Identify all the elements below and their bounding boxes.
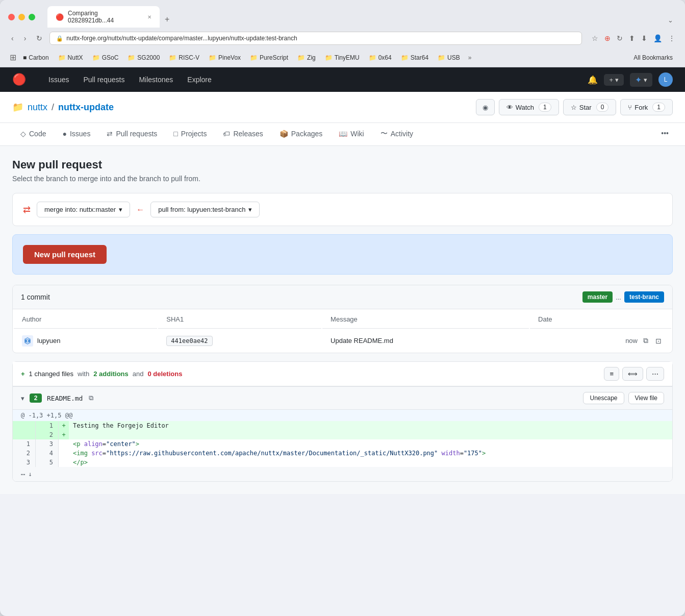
tab-activity[interactable]: 〜 Activity — [372, 123, 421, 145]
tab-code[interactable]: ◇ Code — [12, 123, 54, 145]
tab-projects[interactable]: □ Projects — [165, 123, 215, 145]
nav-milestones[interactable]: Milestones — [133, 72, 179, 87]
repo-icon: 📁 — [12, 102, 23, 113]
split-view-button[interactable]: ⟺ — [622, 367, 643, 381]
col-author: Author — [14, 310, 157, 329]
apps-icon[interactable]: ⊞ — [8, 51, 18, 64]
repo-owner[interactable]: nuttx — [28, 102, 47, 113]
repo-title: 📁 nuttx / nuttx-update — [12, 102, 114, 113]
browse-commit-btn[interactable]: ⊡ — [654, 335, 663, 347]
bookmark-star-icon[interactable]: ☆ — [590, 33, 600, 44]
watch-count: 1 — [539, 103, 551, 112]
author-name[interactable]: lupyuen — [37, 337, 61, 344]
fork-button[interactable]: ⑂ Fork 1 — [620, 99, 673, 115]
bookmark-zig[interactable]: 📁Zig — [293, 53, 320, 63]
tab-title: Comparing 02828921db...44 — [68, 10, 143, 24]
copy-commit-btn[interactable]: ⧉ — [642, 335, 650, 347]
nav-issues[interactable]: Issues — [42, 72, 75, 87]
tab-extend-button[interactable]: ⌄ — [664, 13, 677, 28]
extension-icon[interactable]: ⊕ — [603, 33, 612, 44]
fork-count: 1 — [652, 103, 665, 112]
share-icon[interactable]: ⬆ — [627, 33, 637, 44]
copy-filename-button[interactable]: ⧉ — [88, 393, 94, 403]
tab-issues[interactable]: ● Issues — [54, 123, 98, 145]
author-avatar-icon — [22, 335, 33, 347]
forward-button[interactable]: › — [21, 32, 30, 44]
back-button[interactable]: ‹ — [8, 32, 17, 44]
bell-icon[interactable]: 🔔 — [588, 75, 598, 85]
additions-count: 2 additions — [93, 370, 129, 378]
nav-explore[interactable]: Explore — [181, 72, 217, 87]
commit-row: lupyuen 441ee0ae42 Update README.md — [14, 330, 671, 352]
diff-options-button[interactable]: ⋯ — [646, 367, 664, 381]
bookmark-0x64[interactable]: 📁0x64 — [365, 53, 396, 63]
star-button[interactable]: ☆ Star 0 — [563, 99, 617, 115]
address-bar[interactable]: 🔒 nuttx-forge.org/nuttx/nuttx-update/com… — [49, 32, 582, 45]
bookmarks-more-button[interactable]: » — [465, 53, 475, 63]
tab-packages[interactable]: 📦 Packages — [271, 123, 331, 145]
commits-count: 1 commit — [21, 293, 50, 301]
rss-button[interactable]: ◉ — [476, 99, 495, 115]
tab-wiki[interactable]: 📖 Wiki — [331, 123, 372, 145]
new-pull-request-button[interactable]: New pull request — [23, 245, 107, 264]
commit-sha[interactable]: 441ee0ae42 — [166, 336, 212, 346]
browser-tab[interactable]: 🔴 Comparing 02828921db...44 ✕ — [47, 6, 160, 28]
download-icon[interactable]: ⬇ — [640, 33, 649, 44]
menu-icon[interactable]: ⋮ — [667, 33, 677, 44]
repo-separator: / — [52, 102, 54, 113]
bookmark-purescript[interactable]: 📁PureScript — [246, 53, 292, 63]
bookmark-nuttx[interactable]: 📁NuttX — [54, 53, 87, 63]
col-message: Message — [322, 310, 529, 329]
bookmark-pinevox[interactable]: 📁PineVox — [205, 53, 245, 63]
sync-icon[interactable]: ↻ — [615, 33, 624, 44]
nav-pull-requests[interactable]: Pull requests — [77, 72, 131, 87]
create-button[interactable]: +▾ — [604, 74, 624, 86]
code-icon: ◇ — [20, 130, 26, 138]
repo-name[interactable]: nuttx-update — [58, 102, 114, 113]
diff-content-2 — [69, 430, 672, 439]
all-bookmarks-button[interactable]: All Bookmarks — [629, 53, 677, 63]
activity-icon: 〜 — [380, 129, 388, 138]
tabs-more-button[interactable]: ••• — [657, 123, 673, 145]
pull-from-button[interactable]: pull from: lupyuen:test-branch ▾ — [150, 202, 260, 217]
diff-sign-2: + — [59, 430, 69, 439]
diff-line-add-2: 2 + — [13, 430, 672, 439]
bookmark-sg2000[interactable]: 📁SG2000 — [123, 53, 164, 63]
app-logo: 🔴 — [12, 73, 26, 86]
bookmark-gsoc[interactable]: 📁GSoC — [88, 53, 123, 63]
changed-files-count: 1 changed files — [29, 370, 73, 378]
view-file-button[interactable]: View file — [628, 392, 664, 404]
bookmark-tinyemu[interactable]: 📁TinyEMU — [321, 53, 364, 63]
tab-pull-requests[interactable]: ⇄ Pull requests — [98, 123, 165, 145]
bookmark-usb[interactable]: 📁USB — [434, 53, 464, 63]
maximize-button[interactable] — [29, 14, 35, 20]
tab-close-icon[interactable]: ✕ — [147, 14, 151, 20]
list-view-button[interactable]: ≡ — [604, 367, 619, 381]
minimize-button[interactable] — [18, 14, 25, 20]
profile-avatar[interactable]: 👤 — [652, 33, 664, 44]
reload-button[interactable]: ↻ — [33, 32, 45, 44]
star-icon: ☆ — [571, 104, 577, 111]
diff-old-num-2 — [13, 430, 36, 439]
bookmark-riscv[interactable]: 📁RISC-V — [165, 53, 204, 63]
merge-into-button[interactable]: merge into: nuttx:master ▾ — [37, 202, 130, 217]
file-diff: ▾ 2 README.md ⧉ Unescape View file @ -1,… — [12, 386, 673, 482]
watch-button[interactable]: 👁 Watch 1 — [499, 99, 559, 115]
bookmark-carbon[interactable]: ■Carbon — [19, 53, 53, 63]
diff-new-num-5: 5 — [36, 458, 59, 467]
diff-line-normal-2: 2 4 <img src="https://raw.githubusercont… — [13, 449, 672, 458]
diff-sign-4 — [59, 449, 69, 458]
grid-icon-button[interactable]: ✦▾ — [630, 73, 652, 87]
tab-releases[interactable]: 🏷 Releases — [215, 123, 271, 145]
diff-collapse-button[interactable]: ▾ — [21, 395, 24, 402]
diff-old-num-5: 3 — [13, 458, 36, 467]
merge-into-label: merge into: nuttx:master — [44, 206, 116, 213]
user-avatar[interactable]: L — [658, 72, 673, 87]
close-button[interactable] — [8, 14, 15, 20]
deletions-count: 0 deletions — [148, 370, 183, 378]
diff-content: @ -1,3 +1,5 @@ 1 + Testing the Forgejo E… — [13, 410, 672, 481]
unescape-button[interactable]: Unescape — [583, 392, 624, 404]
issues-icon: ● — [62, 130, 66, 138]
bookmark-star64[interactable]: 📁Star64 — [397, 53, 433, 63]
new-tab-button[interactable]: + — [160, 11, 174, 28]
